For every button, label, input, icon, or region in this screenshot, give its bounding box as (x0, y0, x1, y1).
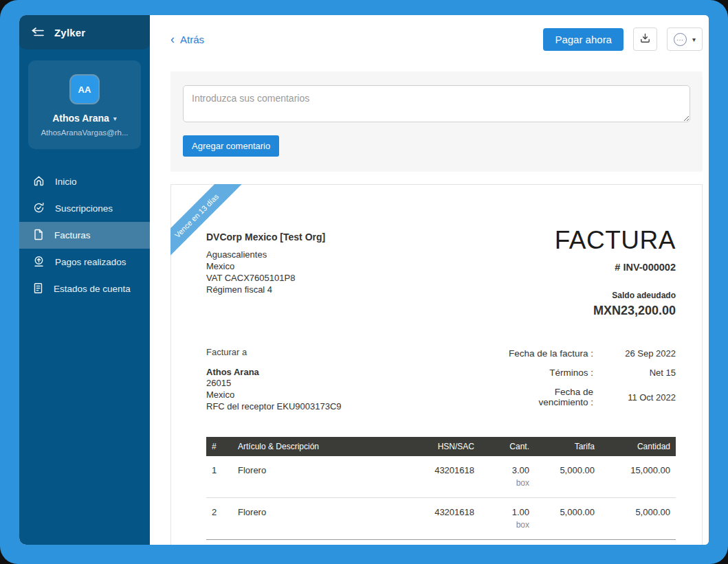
balance-due-label: Saldo adeudado (555, 291, 676, 300)
cell-qty: 1.00 box (480, 498, 535, 540)
sidebar-item-facturas[interactable]: Facturas (19, 222, 150, 249)
company-address-line: Mexico (206, 260, 325, 272)
col-header-item: Artículo & Descripción (232, 437, 404, 456)
terms-row: Términos : Net 15 (490, 368, 676, 378)
app-window-frame: Zylker AA Athos Arana ▾ AthosAranaVargas… (0, 0, 728, 564)
table-row: 2 Florero 43201618 1.00 box 5,000.00 5,0… (206, 498, 676, 540)
pay-now-button[interactable]: Pagar ahora (543, 28, 624, 51)
cell-hsn: 43201618 (404, 498, 480, 540)
due-date-label: Fecha de vencimiento : (514, 387, 593, 407)
user-name-dropdown[interactable]: Athos Arana ▾ (35, 113, 134, 124)
topbar-actions: Pagar ahora … ▾ (543, 27, 703, 51)
cell-num: 2 (206, 498, 232, 540)
invoice-date-row: Fecha de la factura : 26 Sep 2022 (490, 348, 676, 359)
cell-amount: 5,000.00 (600, 498, 676, 540)
cell-item: Florero (232, 498, 404, 540)
due-date-value: 11 Oct 2022 (593, 392, 676, 403)
line-items-table: # Artículo & Descripción HSN/SAC Cant. T… (206, 437, 676, 540)
sidebar-nav: Inicio Suscripciones (19, 168, 150, 302)
sidebar-item-label: Facturas (54, 230, 91, 240)
unit-label: box (485, 478, 529, 488)
main-content: ‹ Atrás Pagar ahora (150, 15, 709, 545)
download-icon (640, 33, 650, 45)
col-header-hsn: HSN/SAC (404, 437, 480, 456)
app-container: Zylker AA Athos Arana ▾ AthosAranaVargas… (19, 15, 709, 545)
table-row: 1 Florero 43201618 3.00 box 5,000.00 15,… (206, 456, 676, 498)
sidebar-item-inicio[interactable]: Inicio (19, 168, 150, 195)
due-date-row: Fecha de vencimiento : 11 Oct 2022 (490, 387, 676, 407)
chevron-down-icon: ▾ (692, 36, 696, 43)
sidebar-item-label: Estados de cuenta (54, 284, 131, 294)
add-comment-button[interactable]: Agregar comentario (183, 135, 279, 157)
user-name: Athos Arana (52, 113, 109, 124)
invoice-file-icon (33, 229, 44, 242)
cell-rate: 5,000.00 (535, 498, 600, 540)
cell-qty: 3.00 box (480, 456, 535, 498)
user-card: AA Athos Arana ▾ AthosAranaVargas@rh... (28, 60, 141, 149)
sidebar-item-pagos-realizados[interactable]: Pagos realizados (19, 249, 150, 275)
invoice-card: Vence en 13 días DVCorp Mexico [Test Org… (170, 184, 703, 545)
download-button[interactable] (633, 27, 657, 51)
cell-num: 1 (206, 456, 232, 498)
payments-icon (33, 256, 45, 269)
bill-to-name: Athos Arana (206, 367, 342, 377)
col-header-qty: Cant. (480, 437, 535, 456)
sidebar: Zylker AA Athos Arana ▾ AthosAranaVargas… (19, 15, 150, 545)
sidebar-item-suscripciones[interactable]: Suscripciones (19, 195, 150, 222)
table-header-row: # Artículo & Descripción HSN/SAC Cant. T… (206, 437, 676, 456)
invoice-date-value: 26 Sep 2022 (593, 348, 676, 359)
cell-rate: 5,000.00 (535, 456, 600, 498)
comments-panel: Agregar comentario (170, 71, 703, 172)
back-label: Atrás (180, 34, 204, 45)
ellipsis-icon: … (674, 33, 687, 46)
comment-input[interactable] (183, 85, 690, 122)
sidebar-item-estados-de-cuenta[interactable]: Estados de cuenta (19, 275, 150, 302)
sidebar-item-label: Suscripciones (55, 203, 113, 214)
invoice-title: FACTURA (555, 226, 676, 255)
bill-to-rfc: RFC del receptor EKU9003173C9 (206, 401, 342, 412)
invoice-meta: Fecha de la factura : 26 Sep 2022 Términ… (490, 348, 676, 416)
company-fiscal-regime: Régimen fiscal 4 (206, 284, 325, 295)
subscriptions-icon (33, 202, 45, 216)
chevron-down-icon: ▾ (113, 115, 117, 122)
topbar: ‹ Atrás Pagar ahora (170, 15, 703, 54)
avatar: AA (71, 76, 98, 103)
col-header-rate: Tarifa (535, 437, 600, 456)
sidebar-header: Zylker (19, 15, 150, 49)
unit-label: box (485, 520, 529, 530)
bill-to-address-line: 26015 (206, 377, 342, 389)
subtotal-row: Subtotal 20,000.00 (206, 540, 676, 545)
invoice-number: # INV-000002 (555, 262, 676, 273)
bill-to-address-line: Mexico (206, 389, 342, 401)
cell-amount: 15,000.00 (600, 456, 676, 498)
balance-due-value: MXN23,200.00 (555, 304, 676, 318)
invoice-date-label: Fecha de la factura : (490, 348, 593, 359)
user-email: AthosAranaVargas@rh... (35, 128, 134, 137)
statement-icon (33, 282, 43, 296)
sidebar-collapse-icon[interactable] (32, 27, 45, 37)
col-header-num: # (206, 437, 232, 456)
col-header-amount: Cantidad (600, 437, 676, 456)
terms-label: Términos : (490, 368, 593, 378)
cell-item: Florero (232, 456, 404, 498)
back-link[interactable]: ‹ Atrás (170, 33, 204, 45)
invoice-body: DVCorp Mexico [Test Org] Aguascalientes … (171, 185, 702, 545)
company-block: DVCorp Mexico [Test Org] Aguascalientes … (206, 232, 325, 318)
company-address-line: Aguascalientes (206, 249, 325, 260)
invoice-title-block: FACTURA # INV-000002 Saldo adeudado MXN2… (555, 226, 676, 318)
bill-to-block: Facturar a Athos Arana 26015 Mexico RFC … (206, 347, 342, 416)
terms-value: Net 15 (593, 368, 676, 378)
bill-to-label: Facturar a (206, 347, 342, 357)
sidebar-item-label: Pagos realizados (55, 257, 126, 267)
back-chevron-icon: ‹ (170, 33, 175, 45)
cell-hsn: 43201618 (404, 456, 480, 498)
more-actions-button[interactable]: … ▾ (667, 27, 703, 51)
home-icon (33, 175, 45, 189)
company-name: DVCorp Mexico [Test Org] (206, 232, 325, 242)
sidebar-item-label: Inicio (55, 177, 77, 187)
company-vat: VAT CACX7605101P8 (206, 272, 325, 284)
brand-name: Zylker (54, 27, 85, 38)
